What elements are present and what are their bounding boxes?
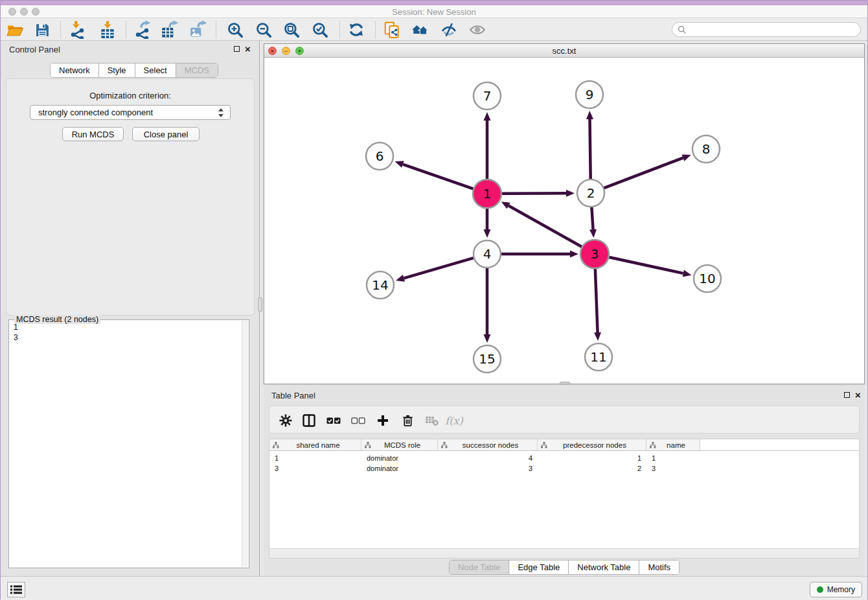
import-network-button[interactable] xyxy=(68,21,86,39)
column-header-shared-name[interactable]: shared name xyxy=(269,439,361,450)
import-table-button[interactable] xyxy=(98,21,117,39)
export-table-button[interactable] xyxy=(161,21,179,39)
graph-edge-arrowhead xyxy=(682,154,691,161)
column-header-label: successor nodes xyxy=(448,441,537,449)
graph-node-label: 4 xyxy=(483,246,492,262)
tab-mcds[interactable]: MCDS xyxy=(176,63,218,77)
memory-button[interactable]: Memory xyxy=(810,582,862,597)
tab-motifs[interactable]: Motifs xyxy=(639,560,679,574)
graph-edge-4-14[interactable] xyxy=(404,258,473,278)
graph-node-label: 2 xyxy=(587,185,595,201)
export-network-button[interactable] xyxy=(133,21,151,39)
graph-edge-arrowhead xyxy=(594,332,601,341)
tab-edge-table[interactable]: Edge Table xyxy=(509,560,569,574)
close-panel-button[interactable]: Close panel xyxy=(132,127,200,141)
titlebar: Session: New Session xyxy=(1,5,867,18)
zoom-fit-button[interactable] xyxy=(282,21,301,39)
graph-node-2[interactable]: 2 xyxy=(577,179,604,207)
graph-edge-2-3[interactable] xyxy=(591,207,593,229)
graph-node-7[interactable]: 7 xyxy=(474,82,501,110)
close-panel-icon-button[interactable]: × xyxy=(245,41,251,57)
delete-table-button[interactable] xyxy=(424,412,440,429)
toolbar-separator xyxy=(216,21,216,38)
tab-select[interactable]: Select xyxy=(135,63,176,77)
show-all-button[interactable] xyxy=(468,21,486,39)
graph-edge-arrowhead xyxy=(395,161,404,167)
graph-edge-3-1[interactable] xyxy=(508,206,582,248)
import-table-icon xyxy=(98,21,117,39)
table-header-row: shared nameMCDS rolesuccessor nodesprede… xyxy=(269,439,859,451)
run-mcds-button[interactable]: Run MCDS xyxy=(62,127,124,141)
search-input[interactable] xyxy=(672,22,861,37)
select-all-columns-button[interactable] xyxy=(325,412,342,429)
hide-selected-button[interactable] xyxy=(440,21,458,39)
delete-column-button[interactable] xyxy=(399,412,416,429)
tab-network[interactable]: Network xyxy=(51,63,99,77)
tab-node-table[interactable]: Node Table xyxy=(450,560,510,574)
table-tabs-row: Node TableEdge TableNetwork TableMotifs xyxy=(264,560,865,575)
graph-edge-1-6[interactable] xyxy=(403,165,474,189)
zoom-in-button[interactable] xyxy=(226,21,244,39)
table-panel: Table Panel × f(x) shared nameMCDS roles… xyxy=(264,387,865,576)
create-column-button[interactable] xyxy=(374,412,391,429)
column-header-successor-nodes[interactable]: successor nodes xyxy=(438,439,538,450)
zoom-selected-button[interactable] xyxy=(311,21,329,39)
session-title: Session: New Session xyxy=(1,7,867,17)
network-window-titlebar[interactable]: × − + scc.txt xyxy=(264,44,864,58)
zoom-in-icon xyxy=(227,21,244,38)
table-row[interactable]: 3dominator323 xyxy=(269,463,859,474)
tab-style[interactable]: Style xyxy=(99,63,135,77)
graph-edge-1-2[interactable] xyxy=(501,193,566,194)
column-header-label: name xyxy=(656,441,700,449)
graph-node-10[interactable]: 10 xyxy=(694,265,721,292)
graph-node-3[interactable]: 3 xyxy=(580,240,609,268)
graph-node-14[interactable]: 14 xyxy=(367,271,394,299)
table-scrollbar[interactable] xyxy=(269,548,860,559)
criterion-dropdown[interactable]: strongly connected component xyxy=(30,105,231,120)
column-header-label: shared name xyxy=(279,441,361,449)
memory-label: Memory xyxy=(827,585,855,594)
zoom-out-button[interactable] xyxy=(255,21,273,39)
graph-node-6[interactable]: 6 xyxy=(366,143,393,170)
column-header-name[interactable]: name xyxy=(646,439,700,450)
function-builder-button[interactable]: f(x) xyxy=(446,412,463,429)
table-settings-button[interactable] xyxy=(277,412,294,429)
network-resize-nub[interactable] xyxy=(560,382,570,385)
split-divider-handle[interactable] xyxy=(258,297,262,312)
network-graph[interactable]: 1234678910111415 xyxy=(264,58,864,384)
refresh-view-button[interactable] xyxy=(347,21,365,39)
node-table: shared nameMCDS rolesuccessor nodesprede… xyxy=(269,439,860,548)
show-column-panel-button[interactable] xyxy=(301,412,317,429)
graph-edge-2-8[interactable] xyxy=(604,158,683,189)
result-scrollbar[interactable] xyxy=(242,321,248,567)
gear-icon xyxy=(279,414,292,427)
graph-node-8[interactable]: 8 xyxy=(692,135,720,163)
task-history-button[interactable] xyxy=(7,582,25,597)
graph-node-15[interactable]: 15 xyxy=(474,345,501,373)
open-folder-icon xyxy=(6,21,23,38)
column-header-predecessor-nodes[interactable]: predecessor nodes xyxy=(538,439,646,450)
save-session-button[interactable] xyxy=(33,21,51,39)
graph-edge-2-9[interactable] xyxy=(590,119,591,179)
table-close-button[interactable]: × xyxy=(855,387,861,403)
column-header-MCDS-role[interactable]: MCDS role xyxy=(361,439,438,450)
network-view-window: × − + scc.txt 1234678910111415 xyxy=(264,43,865,384)
unselect-all-columns-button[interactable] xyxy=(350,412,367,429)
float-panel-button[interactable] xyxy=(234,46,240,52)
graph-node-9[interactable]: 9 xyxy=(576,81,603,108)
first-neighbors-button[interactable] xyxy=(411,21,429,39)
table-row[interactable]: 1dominator411 xyxy=(269,453,859,463)
open-session-button[interactable] xyxy=(6,21,24,39)
graph-node-label: 8 xyxy=(702,141,711,157)
tab-network-table[interactable]: Network Table xyxy=(569,560,639,574)
export-image-button[interactable] xyxy=(189,21,207,39)
column-header-label: MCDS role xyxy=(371,441,437,449)
graph-edge-3-10[interactable] xyxy=(608,257,683,273)
table-float-button[interactable] xyxy=(844,392,850,398)
graph-node-11[interactable]: 11 xyxy=(585,343,612,371)
graph-edge-3-11[interactable] xyxy=(595,268,598,332)
graph-node-1[interactable]: 1 xyxy=(473,179,501,208)
graph-node-4[interactable]: 4 xyxy=(474,240,501,268)
delete-table-icon xyxy=(425,415,439,426)
clone-network-button[interactable] xyxy=(383,21,401,39)
